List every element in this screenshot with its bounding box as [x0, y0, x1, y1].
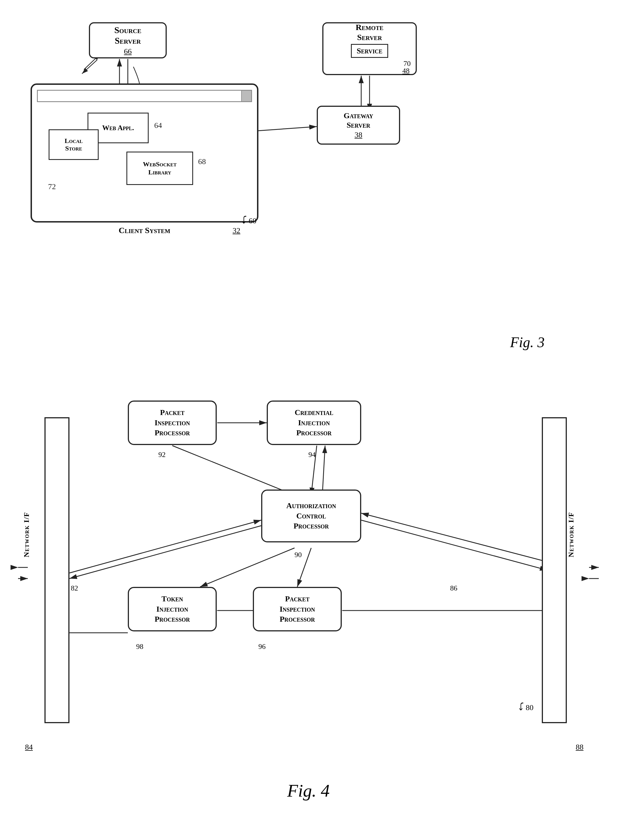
service-label: Service — [357, 46, 383, 55]
authorization-control-box: AuthorizationControlProcessor — [261, 490, 361, 542]
svg-line-6 — [82, 60, 97, 74]
network-bar-right — [542, 417, 567, 723]
token-injection-box: TokenInjectionProcessor — [128, 587, 217, 631]
client-system-label: Client System — [32, 226, 257, 235]
fig4-area: Network I/F 84 Network I/F 88 PacketInsp… — [17, 384, 600, 823]
browser-bar-end — [241, 91, 251, 101]
browser-bar — [37, 90, 252, 102]
token-injection-num: 98 — [136, 642, 143, 651]
svg-line-12 — [69, 526, 261, 579]
ref-80: ⤵ 80 — [519, 701, 534, 713]
svg-line-4 — [258, 127, 317, 131]
client-system-num: 32 — [233, 226, 240, 235]
svg-line-19 — [200, 548, 294, 587]
svg-line-17 — [361, 520, 547, 570]
authorization-control-num: 90 — [294, 551, 302, 559]
remote-server-label: RemoteServer — [356, 22, 383, 42]
local-store-label: LocalStore — [64, 137, 83, 152]
ref-82: 82 — [71, 584, 78, 592]
ref-86: 86 — [450, 584, 457, 592]
web-appl-label: Web Appl. — [102, 124, 134, 132]
packet-inspection-bottom-num: 96 — [258, 642, 266, 651]
fig3-caption: Fig. 3 — [510, 334, 545, 350]
network-if-left-num: 84 — [25, 743, 33, 752]
websocket-box: WebSocketLibrary — [127, 152, 193, 185]
packet-inspection-top-num: 92 — [158, 451, 166, 459]
gateway-server-label: GatewayServer — [344, 111, 373, 130]
local-store-box: LocalStore — [49, 129, 99, 160]
packet-inspection-bottom-box: PacketInspectionProcessor — [253, 587, 342, 631]
credential-injection-num: 94 — [308, 451, 316, 459]
service-inner-box: Service — [351, 44, 388, 58]
remote-server-box: RemoteServer Service 70 48 — [322, 22, 417, 75]
svg-line-16 — [322, 446, 325, 495]
svg-line-18 — [361, 513, 547, 562]
packet-inspection-top-box: PacketInspectionProcessor — [128, 400, 217, 445]
diagram-container: Source Server 66 RemoteServer Service 70… — [0, 0, 626, 840]
source-server-label: Source Server — [114, 25, 141, 46]
fig3-area: Source Server 66 RemoteServer Service 70… — [17, 11, 600, 373]
svg-line-11 — [69, 520, 261, 573]
token-injection-label: TokenInjectionProcessor — [155, 594, 190, 624]
ref-60: ⤵ 60 — [242, 214, 257, 226]
websocket-label: WebSocketLibrary — [143, 160, 177, 176]
network-if-right-num: 88 — [576, 743, 584, 752]
web-appl-num: 64 — [154, 121, 162, 130]
gateway-server-box: GatewayServer 38 — [317, 106, 400, 144]
svg-line-14 — [172, 446, 294, 495]
network-if-left-label: Network I/F — [22, 512, 50, 557]
credential-injection-label: CredentialInjectionProcessor — [294, 407, 333, 438]
source-server-box: Source Server 66 — [89, 22, 167, 58]
network-bar-left — [44, 417, 69, 723]
gateway-server-num: 38 — [355, 130, 362, 139]
remote-server-num-inner: 48 — [402, 67, 410, 75]
packet-inspection-top-label: PacketInspectionProcessor — [155, 407, 190, 438]
fig4-caption: Fig. 4 — [287, 780, 330, 801]
authorization-control-label: AuthorizationControlProcessor — [286, 501, 336, 531]
local-store-num: 72 — [48, 182, 56, 191]
credential-injection-box: CredentialInjectionProcessor — [267, 400, 361, 445]
websocket-num: 68 — [198, 157, 206, 166]
source-server-num: 66 — [124, 47, 132, 56]
network-if-right-label: Network I/F — [567, 512, 595, 557]
packet-inspection-bottom-label: PacketInspectionProcessor — [280, 594, 315, 624]
client-system-outer: Web Appl. 64 LocalStore 72 WebSocketLibr… — [31, 83, 258, 223]
